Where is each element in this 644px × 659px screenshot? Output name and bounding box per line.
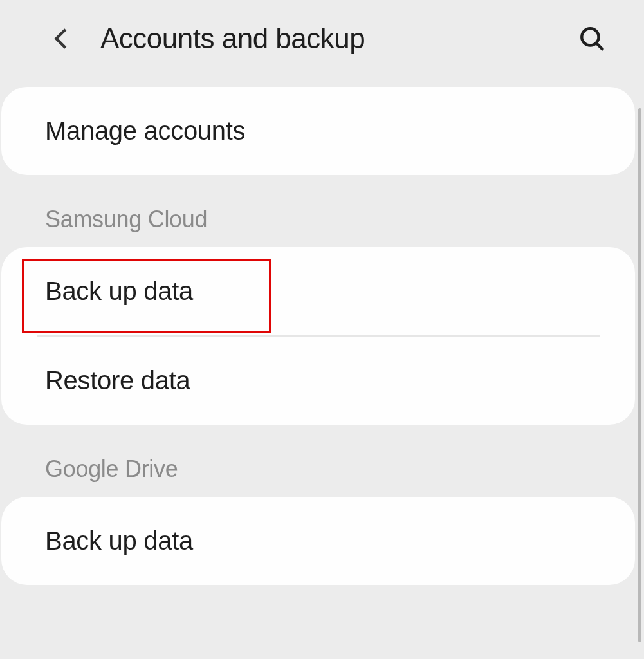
samsung-restore-data-item[interactable]: Restore data xyxy=(1,337,635,425)
header: Accounts and backup xyxy=(0,0,644,87)
accounts-card: Manage accounts xyxy=(1,87,635,175)
svg-line-1 xyxy=(596,43,603,50)
google-back-up-data-item[interactable]: Back up data xyxy=(1,497,635,585)
manage-accounts-item[interactable]: Manage accounts xyxy=(1,87,635,175)
back-icon[interactable] xyxy=(50,26,75,51)
svg-point-0 xyxy=(582,28,598,45)
section-header-samsung-cloud: Samsung Cloud xyxy=(0,175,636,247)
search-icon[interactable] xyxy=(578,25,605,52)
google-drive-card: Back up data xyxy=(1,497,635,585)
samsung-back-up-data-item[interactable]: Back up data xyxy=(1,247,635,335)
scrollbar[interactable] xyxy=(638,108,641,642)
page-title: Accounts and backup xyxy=(100,23,553,55)
section-header-google-drive: Google Drive xyxy=(0,425,636,497)
samsung-cloud-card: Back up data Restore data xyxy=(1,247,635,425)
content-area: Manage accounts Samsung Cloud Back up da… xyxy=(0,87,644,585)
